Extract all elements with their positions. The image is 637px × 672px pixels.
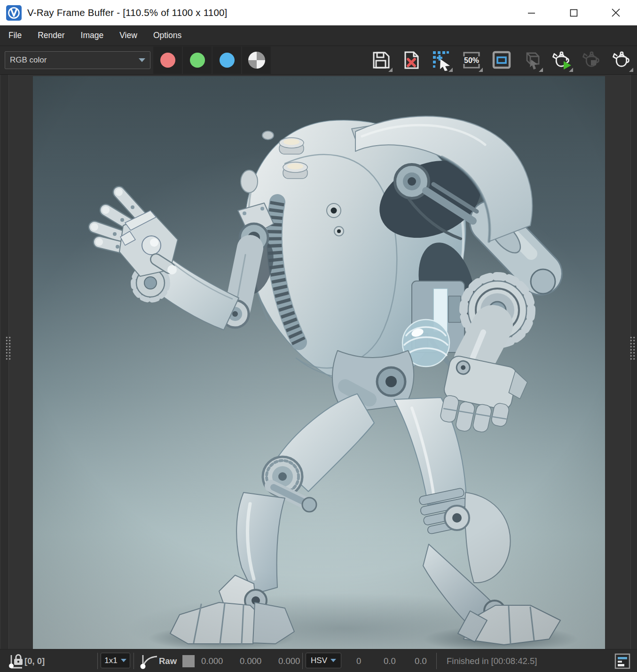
show-frame-button[interactable] [488,47,514,73]
pixel-probe-lock-button[interactable] [8,649,24,672]
stamp-icon [614,653,630,669]
raw-value-r: 0.000 [201,649,223,672]
pixel-coordinates: [0, 0] [24,649,45,672]
channel-dropdown-value: RGB color [10,55,47,65]
dropdown-corner [539,68,543,72]
clear-image-button[interactable] [398,47,424,73]
separator [436,653,437,669]
chevron-down-icon [139,58,145,62]
chevron-down-icon [330,659,336,662]
zoom-level-button[interactable]: 50% [458,47,484,73]
red-channel-icon [160,53,175,68]
title-bar: V-Ray Frame Buffer - [110.5% of 1100 x 1… [0,0,637,25]
status-bar: [0, 0] 1x1 Raw 0.000 0.000 0.000 HSV 0 0… [0,649,637,672]
stop-render-teapot-icon [581,49,603,71]
hsv-value-v: 0.0 [415,649,427,672]
alpha-checker-icon [248,52,265,69]
menu-view[interactable]: View [119,31,137,40]
vray-logo-icon [6,5,22,21]
save-image-button[interactable] [368,47,394,73]
pin-lock-icon [8,652,24,670]
color-curve-button[interactable] [139,649,158,672]
close-button[interactable] [595,0,637,25]
menu-render[interactable]: Render [38,31,64,40]
left-panel-strip [0,75,9,649]
menu-image[interactable]: Image [81,31,104,40]
render-last-button[interactable] [519,47,544,73]
dropdown-corner [569,68,573,72]
hsv-value-h: 0 [356,649,361,672]
maximize-button[interactable] [552,0,595,25]
clear-image-icon [401,50,422,70]
channel-dropdown[interactable]: RGB color [5,51,150,69]
frame-icon [491,49,512,71]
dropdown-corner [388,68,393,72]
dropdown-corner [629,68,633,72]
green-channel-icon [190,53,205,68]
window-title: V-Ray Frame Buffer - [110.5% of 1100 x 1… [27,7,227,18]
stop-render-button[interactable] [579,47,605,73]
blue-channel-button[interactable] [212,47,241,74]
green-channel-button[interactable] [183,47,212,74]
separator [302,653,303,669]
separator [97,653,98,669]
rendered-image[interactable] [33,76,605,649]
red-channel-button[interactable] [153,47,182,74]
alpha-channel-button[interactable] [242,47,271,74]
render-button[interactable] [549,47,574,73]
menu-options[interactable]: Options [153,31,181,40]
left-panel-drag-handle[interactable] [5,336,12,360]
svg-text:50%: 50% [464,56,479,64]
raw-value-b: 0.000 [278,649,300,672]
menu-bar: File Render Image View Options [0,25,637,46]
right-panel-drag-handle[interactable] [629,336,636,360]
dropdown-corner [448,68,453,72]
toolbar: RGB color [0,46,637,75]
stamp-toggle-button[interactable] [614,649,630,672]
separator [134,653,134,669]
curve-icon [139,653,158,670]
render-time: Finished in [00:08:42.5] [447,649,537,672]
right-panel-strip [630,75,637,649]
viewport [0,75,637,649]
probed-color-swatch [182,655,195,667]
colorspace-dropdown[interactable]: HSV [306,653,341,668]
minimize-button[interactable] [510,0,552,25]
blue-channel-icon [220,53,235,68]
raw-label: Raw [159,649,177,672]
menu-file[interactable]: File [8,31,22,40]
chevron-down-icon [121,659,126,662]
render-last-teapot-button[interactable] [609,47,635,73]
dropdown-corner [479,68,483,72]
raw-value-g: 0.000 [240,649,261,672]
region-render-button[interactable] [428,47,454,73]
hsv-value-s: 0.0 [384,649,396,672]
pixel-scale-dropdown[interactable]: 1x1 [101,653,130,668]
